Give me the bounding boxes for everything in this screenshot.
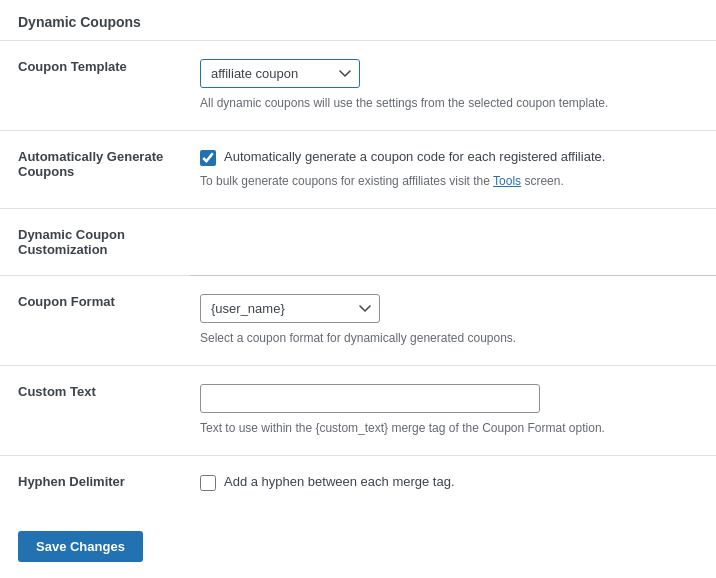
settings-table: Coupon Template affiliate coupon All dyn… (0, 41, 716, 513)
coupon-format-description: Select a coupon format for dynamically g… (200, 329, 696, 347)
hyphen-delimiter-checkbox-label[interactable]: Add a hyphen between each merge tag. (224, 474, 455, 489)
coupon-template-row: Coupon Template affiliate coupon All dyn… (0, 41, 716, 131)
coupon-template-field: affiliate coupon All dynamic coupons wil… (190, 41, 716, 131)
custom-text-field: Text to use within the {custom_text} mer… (190, 366, 716, 456)
hyphen-delimiter-row: Hyphen Delimiter Add a hyphen between ea… (0, 456, 716, 514)
custom-text-input[interactable] (200, 384, 540, 413)
coupon-template-description: All dynamic coupons will use the setting… (200, 94, 696, 112)
coupon-format-label: Coupon Format (0, 276, 190, 366)
save-changes-button[interactable]: Save Changes (18, 531, 143, 562)
auto-generate-label: Automatically Generate Coupons (0, 131, 190, 209)
custom-text-description: Text to use within the {custom_text} mer… (200, 419, 696, 437)
coupon-format-row: Coupon Format {user_name} Select a coupo… (0, 276, 716, 366)
coupon-format-select[interactable]: {user_name} (200, 294, 380, 323)
save-changes-container: Save Changes (0, 513, 716, 578)
coupon-format-field: {user_name} Select a coupon format for d… (190, 276, 716, 366)
dynamic-coupons-heading: Dynamic Coupons (0, 0, 716, 41)
custom-text-row: Custom Text Text to use within the {cust… (0, 366, 716, 456)
custom-text-label: Custom Text (0, 366, 190, 456)
dynamic-coupon-customization-label: Dynamic Coupon Customization (0, 209, 190, 276)
tools-link[interactable]: Tools (493, 174, 521, 188)
coupon-template-label: Coupon Template (0, 41, 190, 131)
auto-generate-description: To bulk generate coupons for existing af… (200, 172, 696, 190)
auto-generate-checkbox[interactable] (200, 150, 216, 166)
auto-generate-field: Automatically generate a coupon code for… (190, 131, 716, 209)
hyphen-delimiter-checkbox-row: Add a hyphen between each merge tag. (200, 474, 696, 491)
auto-generate-checkbox-label[interactable]: Automatically generate a coupon code for… (224, 149, 605, 164)
auto-generate-row: Automatically Generate Coupons Automatic… (0, 131, 716, 209)
coupon-template-select[interactable]: affiliate coupon (200, 59, 360, 88)
hyphen-delimiter-label: Hyphen Delimiter (0, 456, 190, 514)
dynamic-coupon-customization-row: Dynamic Coupon Customization (0, 209, 716, 276)
hyphen-delimiter-field: Add a hyphen between each merge tag. (190, 456, 716, 514)
settings-page: Dynamic Coupons Coupon Template affiliat… (0, 0, 716, 578)
hyphen-delimiter-checkbox[interactable] (200, 475, 216, 491)
auto-generate-checkbox-row: Automatically generate a coupon code for… (200, 149, 696, 166)
